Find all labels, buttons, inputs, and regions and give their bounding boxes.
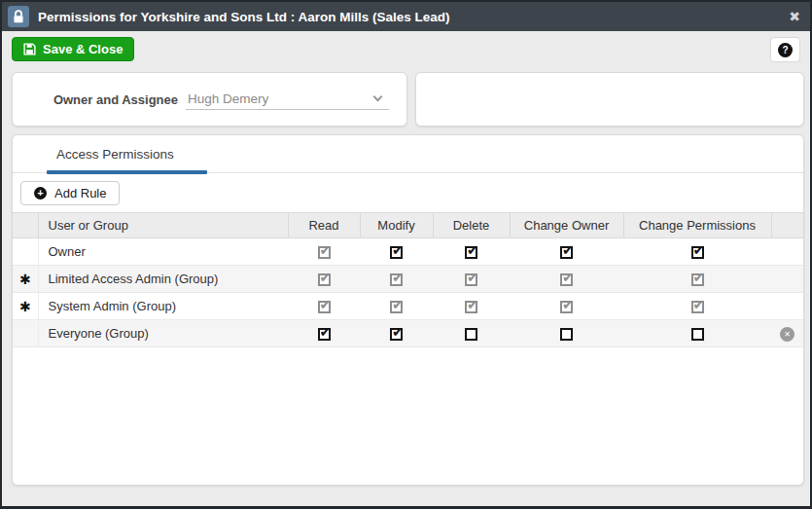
owner-assignee-panel: Owner and Assignee Hugh Demery	[12, 72, 407, 127]
dialog-toolbar: Save & Close ?	[2, 31, 810, 66]
checkbox-read	[318, 301, 331, 313]
table-row: Owner	[13, 238, 803, 266]
add-rule-label: Add Rule	[54, 186, 106, 200]
column-header-blank-7	[771, 213, 803, 238]
help-icon: ?	[778, 43, 793, 57]
tab-access-permissions[interactable]: Access Permissions	[56, 147, 174, 162]
secondary-empty-panel	[415, 72, 804, 127]
help-button[interactable]: ?	[770, 37, 800, 62]
owner-assignee-label: Owner and Assignee	[13, 92, 186, 107]
user-or-group-name: Owner	[38, 238, 288, 266]
user-or-group-name: Limited Access Admin (Group)	[38, 266, 288, 293]
active-tab-indicator	[47, 170, 207, 174]
checkbox-read[interactable]	[318, 328, 331, 341]
add-rule-button[interactable]: + Add Rule	[20, 181, 120, 205]
checkbox-change-permissions	[691, 301, 704, 313]
checkbox-change-owner	[560, 273, 573, 286]
column-header-change-permissions: Change Permissions	[623, 213, 771, 238]
column-header-change-owner: Change Owner	[510, 213, 623, 238]
save-button-label: Save & Close	[43, 42, 123, 56]
table-row: ✱Limited Access Admin (Group)	[13, 266, 803, 293]
checkbox-modify	[390, 273, 403, 286]
remove-rule-icon[interactable]: ✕	[780, 327, 794, 342]
checkbox-read	[318, 246, 331, 259]
checkbox-delete	[465, 301, 477, 313]
chevron-down-icon	[373, 91, 383, 101]
table-row: Everyone (Group)✕	[13, 320, 803, 347]
owner-assignee-select[interactable]: Hugh Demery	[186, 90, 389, 110]
save-icon	[23, 43, 36, 55]
checkbox-modify	[390, 301, 403, 313]
dialog-title: Permissions for Yorkshire and Sons Ltd :…	[38, 10, 450, 24]
lock-icon	[8, 6, 29, 27]
locked-rule-icon: ✱	[19, 272, 31, 287]
permissions-dialog: Permissions for Yorkshire and Sons Ltd :…	[0, 0, 812, 509]
checkbox-change-owner[interactable]	[560, 328, 573, 341]
locked-rule-icon: ✱	[19, 299, 31, 314]
checkbox-delete	[465, 273, 477, 286]
checkbox-change-owner	[560, 301, 573, 313]
checkbox-read	[318, 273, 331, 286]
add-rule-row: + Add Rule	[13, 173, 803, 212]
user-or-group-name: Everyone (Group)	[38, 320, 288, 347]
checkbox-change-permissions	[691, 273, 704, 286]
checkbox-modify[interactable]	[390, 246, 403, 259]
user-or-group-name: System Admin (Group)	[38, 293, 288, 320]
checkbox-modify[interactable]	[390, 328, 403, 341]
permissions-table-body: Owner✱Limited Access Admin (Group)✱Syste…	[13, 238, 803, 347]
save-and-close-button[interactable]: Save & Close	[12, 37, 134, 61]
column-header-delete: Delete	[433, 213, 510, 238]
permissions-header-row: User or GroupReadModifyDeleteChange Owne…	[13, 213, 803, 238]
checkbox-change-permissions[interactable]	[691, 246, 704, 259]
column-header-blank-0	[13, 213, 38, 238]
column-header-read: Read	[288, 213, 360, 238]
checkbox-delete[interactable]	[465, 328, 477, 341]
close-icon[interactable]: ✖	[789, 10, 800, 23]
checkbox-delete[interactable]	[465, 246, 477, 259]
owner-assignee-value: Hugh Demery	[188, 91, 268, 106]
dialog-titlebar: Permissions for Yorkshire and Sons Ltd :…	[2, 2, 810, 31]
column-header-modify: Modify	[360, 213, 433, 238]
plus-icon: +	[34, 187, 47, 200]
checkbox-change-permissions[interactable]	[691, 328, 704, 341]
access-permissions-panel: Access Permissions + Add Rule User or Gr…	[12, 134, 804, 486]
tab-bar: Access Permissions	[13, 135, 803, 173]
permissions-table: User or GroupReadModifyDeleteChange Owne…	[13, 212, 803, 347]
table-row: ✱System Admin (Group)	[13, 293, 803, 320]
checkbox-change-owner[interactable]	[560, 246, 573, 259]
column-header-user-or-group: User or Group	[38, 213, 288, 238]
